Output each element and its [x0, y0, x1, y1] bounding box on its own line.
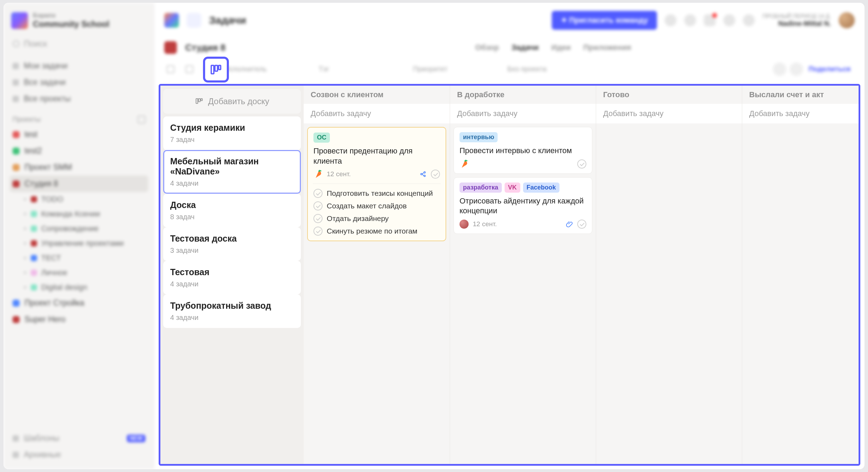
search-icon [13, 40, 20, 47]
workspace-title: Community School [33, 19, 109, 29]
sub-project-item[interactable]: •TODO [10, 192, 148, 207]
projects-section-header: Проекты [10, 107, 148, 126]
project-item[interactable]: test2 [10, 143, 148, 159]
filter-row: Исполнитель Тэг Приоритет Без проекта По… [154, 57, 865, 81]
project-color-dot [13, 164, 20, 171]
nav-templates[interactable]: Шаблоны NEW [10, 430, 148, 446]
sub-project-item[interactable]: •Сопровождение [10, 221, 148, 236]
share-button[interactable]: Поделиться [803, 62, 856, 77]
section-icon [187, 13, 201, 28]
topbar-title: Задачи [209, 14, 246, 26]
sort-icon[interactable] [790, 63, 803, 76]
project-color-dot [13, 148, 20, 155]
filter-no-project[interactable]: Без проекта [502, 61, 597, 77]
nav-all-tasks[interactable]: Все задачи [10, 74, 148, 91]
project-color-dot [13, 180, 20, 187]
settings-icon[interactable] [684, 14, 696, 26]
project-header: Студия 8 ОбзорЗадачиИдеиПриложения [154, 38, 865, 57]
sub-project-item[interactable]: •Команда Ксении [10, 207, 148, 221]
bell-icon[interactable] [743, 14, 755, 26]
app-icon [164, 13, 179, 28]
nav-all-projects[interactable]: Все проекты [10, 91, 148, 107]
tab-задачи[interactable]: Задачи [512, 43, 539, 52]
invite-button[interactable]: ✦ Пригласить команду [552, 11, 657, 30]
view-option-icon[interactable] [773, 63, 786, 76]
tab-приложения[interactable]: Приложения [583, 43, 631, 52]
add-project-icon[interactable] [138, 116, 145, 123]
view-list-icon[interactable] [163, 62, 178, 77]
topbar: Задачи ✦ Пригласить команду ПРОБНЫЙ ПЕРИ… [154, 3, 865, 38]
new-badge: NEW [127, 435, 145, 442]
sub-project-item[interactable]: •Управление проектами [10, 236, 148, 251]
notification-dot [712, 13, 717, 18]
filter-priority[interactable]: Приоритет [408, 61, 502, 77]
project-item[interactable]: Super Hero [10, 311, 148, 328]
project-item[interactable]: Студия 8 [10, 176, 148, 192]
project-item[interactable]: Проект SMM [10, 159, 148, 176]
workspace-header[interactable]: Бэрапэ Community School [10, 9, 148, 35]
project-icon [164, 41, 177, 54]
project-item[interactable]: Проект Стройка [10, 295, 148, 311]
user-avatar[interactable] [839, 12, 855, 28]
trial-info: ПРОБНЫЙ ПЕРИОД 14 Д. Nadine-Mittal N. [762, 13, 831, 28]
search-placeholder: Поиск [24, 39, 47, 49]
view-board-icon[interactable] [201, 62, 216, 77]
workspace-logo [11, 12, 28, 29]
sub-project-item[interactable]: •Личное [10, 265, 148, 280]
gift-icon[interactable] [723, 14, 735, 26]
filter-executor[interactable]: Исполнитель [219, 61, 314, 77]
project-color-dot [13, 316, 20, 323]
workspace-subtitle: Бэрапэ [33, 12, 109, 19]
search-input[interactable]: Поиск [10, 35, 148, 52]
filter-tag[interactable]: Тэг [314, 61, 408, 77]
sub-project-item[interactable]: •Digital design [10, 280, 148, 295]
main-area: Задачи ✦ Пригласить команду ПРОБНЫЙ ПЕРИ… [154, 3, 865, 469]
project-color-dot [13, 131, 20, 138]
sidebar: Бэрапэ Community School Поиск Мои задачи… [3, 3, 154, 469]
nav-my-tasks[interactable]: Мои задачи [10, 58, 148, 74]
help-icon[interactable] [665, 14, 677, 26]
project-title: Студия 8 [185, 42, 225, 53]
tab-обзор[interactable]: Обзор [475, 43, 499, 52]
project-item[interactable]: test [10, 126, 148, 143]
project-color-dot [13, 300, 20, 307]
tab-идеи[interactable]: Идеи [551, 43, 571, 52]
nav-archived[interactable]: Архивные [10, 446, 148, 463]
sub-project-item[interactable]: •ТЕСТ [10, 251, 148, 265]
view-grid-icon[interactable] [182, 62, 197, 77]
